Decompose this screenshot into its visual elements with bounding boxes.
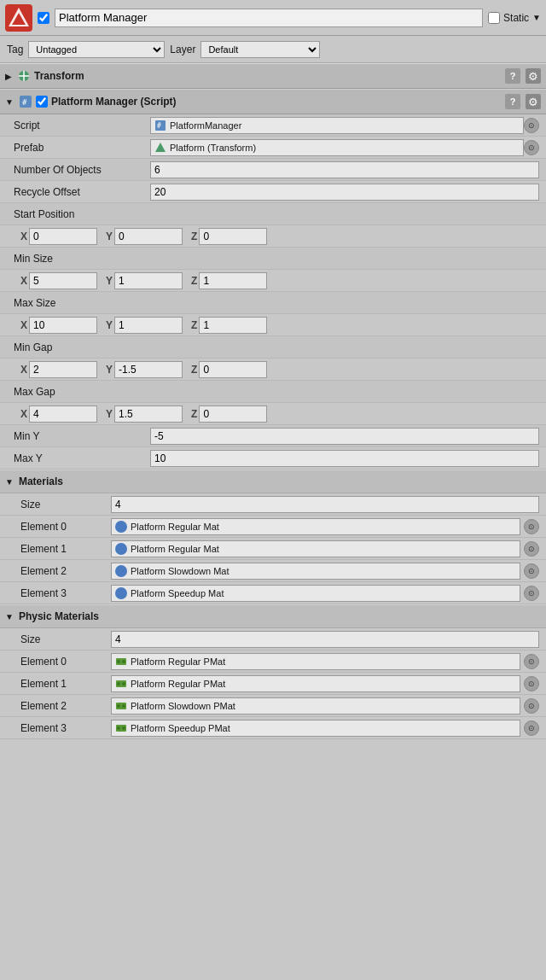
transform-section-header[interactable]: ▶ Transform ? ⚙ (0, 63, 546, 89)
platform-manager-help-button[interactable]: ? (505, 94, 520, 109)
physic-element-2-row: Element 2 Platform Slowdown PMat ⊙ (0, 695, 546, 717)
recycle-offset-input[interactable] (150, 184, 539, 201)
transform-gear-button[interactable]: ⚙ (526, 68, 541, 84)
start-pos-y-input[interactable] (114, 228, 183, 245)
material-3-target-button[interactable]: ⊙ (524, 586, 539, 601)
static-checkbox[interactable] (488, 12, 500, 24)
static-label: Static (503, 12, 529, 24)
physic-1-target-button[interactable]: ⊙ (524, 676, 539, 691)
prefab-object-field[interactable]: Platform (Transform) (150, 139, 524, 156)
materials-element-2-label: Element 2 (20, 565, 106, 577)
max-gap-x-axis: X (20, 408, 27, 420)
physic-materials-section-title: Physic Materials (19, 610, 99, 622)
min-y-row: Min Y (0, 425, 546, 447)
materials-element-0-field[interactable]: Platform Regular Mat (111, 518, 520, 535)
min-gap-y-axis: Y (106, 364, 113, 376)
materials-element-3-field[interactable]: Platform Speedup Mat (111, 585, 520, 602)
min-gap-label-row: Min Gap (0, 336, 546, 359)
svg-point-16 (122, 682, 125, 685)
physic-element-1-field[interactable]: Platform Regular PMat (111, 675, 520, 692)
script-object-field[interactable]: # PlatformManager (150, 117, 524, 134)
min-gap-z-input[interactable] (199, 361, 267, 378)
start-pos-z-input[interactable] (199, 228, 267, 245)
start-pos-x-axis: X (20, 230, 27, 242)
materials-element-3-value: Platform Speedup Mat ⊙ (111, 585, 539, 602)
platform-manager-gear-button[interactable]: ⚙ (526, 94, 541, 109)
max-size-x-input[interactable] (29, 317, 97, 334)
materials-size-row: Size (0, 493, 546, 516)
materials-element-2-row: Element 2 Platform Slowdown Mat ⊙ (0, 560, 546, 582)
physic-element-3-field[interactable]: Platform Speedup PMat (111, 720, 520, 737)
materials-section-header[interactable]: ▼ Materials (0, 470, 546, 493)
gameobject-name-input[interactable] (55, 9, 483, 27)
material-2-name: Platform Slowdown Mat (131, 566, 229, 576)
max-size-label-row: Max Size (0, 292, 546, 314)
materials-element-2-field[interactable]: Platform Slowdown Mat (111, 563, 520, 580)
max-gap-y-input[interactable] (114, 405, 183, 423)
recycle-offset-label: Recycle Offset (14, 186, 150, 198)
min-gap-x-axis: X (20, 364, 27, 376)
script-target-button[interactable]: ⊙ (524, 118, 539, 133)
min-size-z-axis: Z (191, 275, 197, 287)
max-gap-label: Max Gap (14, 386, 150, 398)
physic-element-0-field[interactable]: Platform Regular PMat (111, 653, 520, 670)
svg-point-13 (122, 660, 125, 663)
transform-help-button[interactable]: ? (505, 68, 520, 84)
start-position-xyz-row: X Y Z (0, 225, 546, 248)
script-label: Script (14, 120, 150, 131)
layer-select[interactable]: Default (200, 41, 320, 58)
physic-element-2-field[interactable]: Platform Slowdown PMat (111, 697, 520, 715)
materials-element-0-label: Element 0 (20, 521, 106, 533)
tag-select[interactable]: Untagged (28, 41, 165, 58)
min-size-x-input[interactable] (29, 272, 97, 289)
physic-0-target-button[interactable]: ⊙ (524, 654, 539, 669)
script-object-name: PlatformManager (170, 120, 241, 131)
materials-element-3-row: Element 3 Platform Speedup Mat ⊙ (0, 582, 546, 604)
physic-element-1-label: Element 1 (20, 678, 106, 690)
max-y-input[interactable] (150, 450, 539, 467)
max-gap-z-input[interactable] (199, 405, 267, 423)
physic-3-target-button[interactable]: ⊙ (524, 720, 539, 736)
prefab-target-button[interactable]: ⊙ (524, 140, 539, 155)
min-size-x-axis: X (20, 275, 27, 287)
max-gap-x-input[interactable] (29, 405, 97, 423)
start-pos-x-input[interactable] (29, 228, 97, 245)
start-pos-y-axis: Y (106, 230, 113, 242)
tag-layer-row: Tag Untagged Layer Default (0, 36, 546, 63)
min-size-z-input[interactable] (199, 272, 267, 289)
material-0-target-button[interactable]: ⊙ (524, 519, 539, 534)
material-1-target-button[interactable]: ⊙ (524, 541, 539, 557)
min-size-y-input[interactable] (114, 272, 183, 289)
materials-size-value (111, 496, 539, 513)
min-y-input[interactable] (150, 428, 539, 445)
platform-manager-section-header[interactable]: ▼ # Platform Manager (Script) ? ⚙ (0, 89, 546, 114)
physic-materials-size-label: Size (20, 633, 106, 645)
prefab-label: Prefab (14, 142, 150, 154)
script-row: Script # PlatformManager ⊙ (0, 114, 546, 137)
max-size-z-input[interactable] (199, 317, 267, 334)
min-gap-y-input[interactable] (114, 361, 183, 378)
gameobject-active-checkbox[interactable] (38, 12, 49, 24)
materials-size-label: Size (20, 499, 106, 510)
platform-manager-enabled-checkbox[interactable] (36, 96, 48, 108)
layer-label: Layer (170, 44, 195, 55)
script-icon: # (19, 95, 32, 108)
num-objects-input[interactable] (150, 161, 539, 178)
materials-element-1-field[interactable]: Platform Regular Mat (111, 540, 520, 557)
prefab-row: Prefab Platform (Transform) ⊙ (0, 137, 546, 159)
material-2-target-button[interactable]: ⊙ (524, 563, 539, 579)
physic-element-0-row: Element 0 Platform Regular PMat ⊙ (0, 650, 546, 673)
max-y-label: Max Y (14, 452, 150, 464)
start-position-label: Start Position (14, 208, 150, 220)
header: Static ▼ (0, 0, 546, 36)
physic-materials-size-input[interactable] (111, 631, 539, 648)
physic-materials-section-header[interactable]: ▼ Physic Materials (0, 604, 546, 628)
min-gap-x-input[interactable] (29, 361, 97, 378)
max-size-y-input[interactable] (114, 317, 183, 334)
materials-size-input[interactable] (111, 496, 539, 513)
material-0-name: Platform Regular Mat (131, 522, 219, 532)
physic-1-icon (115, 678, 127, 690)
static-dropdown-arrow[interactable]: ▼ (532, 13, 541, 22)
script-value: # PlatformManager ⊙ (150, 117, 539, 134)
physic-2-target-button[interactable]: ⊙ (524, 698, 539, 714)
